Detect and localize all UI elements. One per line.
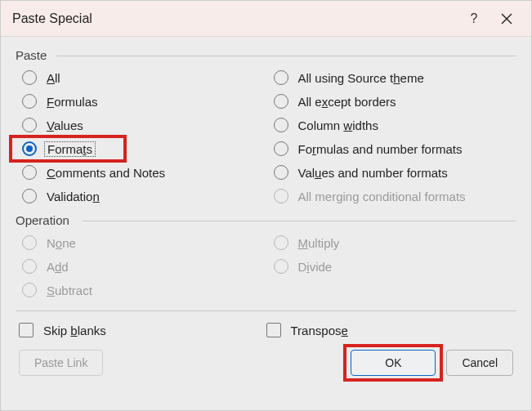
radio-paste-left-1[interactable]: Formulas: [19, 92, 262, 110]
titlebar: Paste Special ?: [1, 1, 531, 37]
radio-icon: [22, 283, 37, 297]
help-button[interactable]: ?: [458, 2, 490, 35]
ok-button[interactable]: OK: [351, 350, 436, 376]
radio-op-left-2: Subtract: [19, 281, 262, 299]
radio-op-left-0: None: [19, 234, 262, 252]
radio-icon: [274, 259, 288, 274]
paste-link-button: Paste Link: [19, 350, 103, 376]
radio-label: Column widths: [298, 118, 378, 132]
radio-label: Divide: [298, 260, 333, 274]
radio-icon: [22, 118, 37, 132]
radio-icon: [22, 70, 37, 85]
radio-label: Validation: [47, 190, 100, 203]
radio-paste-right-1[interactable]: All except borders: [270, 92, 514, 110]
dialog-footer: Paste Link OK Cancel: [16, 346, 516, 382]
cancel-button[interactable]: Cancel: [446, 350, 513, 376]
radio-paste-left-4[interactable]: Comments and Notes: [19, 163, 262, 181]
operation-options: NoneMultiplyAddDivideSubtract: [16, 232, 516, 304]
radio-icon: [22, 141, 37, 156]
group-label-operation: Operation: [16, 213, 516, 227]
radio-icon: [22, 235, 37, 250]
ok-highlight: OK: [348, 347, 438, 378]
radio-icon: [274, 165, 288, 180]
radio-label: Formats: [47, 142, 96, 156]
radio-label: All: [47, 71, 60, 85]
radio-icon: [22, 259, 37, 274]
radio-icon: [274, 235, 288, 250]
close-button[interactable]: [490, 2, 523, 35]
skip-blanks-label: Skip blanks: [43, 324, 106, 337]
radio-paste-left-3[interactable]: Formats: [19, 140, 262, 158]
close-icon: [501, 13, 512, 25]
radio-paste-left-5[interactable]: Validation: [19, 187, 262, 205]
radio-paste-right-0[interactable]: All using Source theme: [270, 69, 514, 87]
radio-op-right-1: Divide: [270, 257, 514, 275]
radio-paste-left-2[interactable]: Values: [19, 116, 262, 134]
radio-icon: [274, 94, 288, 109]
radio-paste-right-3[interactable]: Formulas and number formats: [270, 140, 514, 158]
radio-label: Formulas and number formats: [298, 142, 463, 156]
checkbox-icon: [266, 323, 281, 337]
radio-label: Comments and Notes: [47, 166, 165, 180]
radio-label: All merging conditional formats: [298, 190, 466, 203]
transpose-checkbox[interactable]: Transpose: [266, 323, 514, 337]
radio-paste-right-4[interactable]: Values and number formats: [270, 163, 514, 181]
group-label-paste: Paste: [16, 48, 516, 62]
radio-paste-right-5: All merging conditional formats: [270, 187, 514, 205]
radio-label: None: [47, 236, 76, 250]
radio-icon: [22, 165, 37, 180]
checkbox-icon: [19, 323, 34, 337]
radio-label: Add: [47, 260, 69, 274]
radio-op-left-1: Add: [19, 257, 262, 275]
radio-icon: [22, 189, 37, 203]
checkbox-row: Skip blanks Transpose: [16, 319, 516, 346]
radio-icon: [274, 141, 288, 156]
dialog-body: Paste AllAll using Source themeFormulasA…: [1, 37, 531, 410]
radio-op-right-0: Multiply: [270, 234, 514, 252]
dialog-title: Paste Special: [12, 11, 458, 26]
divider: [16, 310, 516, 311]
radio-paste-right-2[interactable]: Column widths: [270, 116, 514, 134]
radio-label: All using Source theme: [298, 71, 424, 85]
radio-label: Multiply: [298, 236, 340, 250]
paste-special-dialog: Paste Special ? Paste AllAll using Sourc…: [0, 0, 532, 411]
radio-icon: [274, 118, 288, 132]
radio-label: Subtract: [47, 284, 92, 297]
radio-paste-left-0[interactable]: All: [19, 69, 262, 87]
radio-icon: [22, 94, 37, 109]
radio-label: Values and number formats: [298, 166, 448, 180]
radio-label: Formulas: [47, 95, 98, 109]
skip-blanks-checkbox[interactable]: Skip blanks: [19, 323, 266, 337]
radio-icon: [274, 70, 288, 85]
radio-icon: [274, 189, 288, 203]
transpose-label: Transpose: [291, 324, 348, 337]
radio-label: All except borders: [298, 95, 396, 109]
radio-label: Values: [47, 118, 83, 132]
paste-options: AllAll using Source themeFormulasAll exc…: [16, 67, 516, 210]
